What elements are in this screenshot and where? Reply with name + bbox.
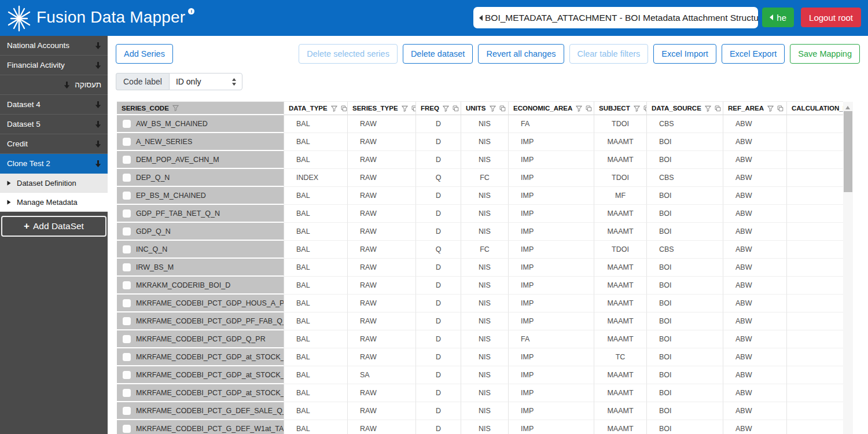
- series-code-cell[interactable]: MKRFAME_CODEBI_PCT_GDP_HOUS_A_PR: [117, 295, 284, 312]
- cell-ref_area[interactable]: ABW: [723, 169, 787, 187]
- cell-units[interactable]: NIS: [461, 420, 509, 434]
- row-checkbox[interactable]: [123, 174, 131, 182]
- cell-units[interactable]: NIS: [461, 259, 509, 277]
- cell-economic_area[interactable]: IMP: [509, 384, 594, 402]
- series-code-cell[interactable]: MKRFAME_CODEBI_PCT_GDP_at_STOCK_A_FP: [117, 348, 284, 366]
- cell-economic_area[interactable]: IMP: [509, 151, 594, 169]
- cell-data_source[interactable]: BOI: [647, 259, 723, 277]
- cell-units[interactable]: NIS: [461, 115, 509, 133]
- cell-freq[interactable]: D: [416, 420, 461, 434]
- cell-ref_area[interactable]: ABW: [723, 241, 787, 259]
- series-code-cell[interactable]: GDP_PF_TAB_NET_Q_N: [117, 205, 284, 223]
- cell-series_type[interactable]: RAW: [348, 259, 416, 277]
- sidebar-item[interactable]: Financial Activity: [0, 56, 108, 75]
- cell-subject[interactable]: MAAMT: [594, 312, 647, 330]
- series-code-cell[interactable]: MKRFAME_CODEBI_PCT_GDP_at_STOCK_A_PR: [117, 366, 284, 384]
- cell-data_type[interactable]: BAL: [284, 241, 348, 259]
- clear-table-filters-button[interactable]: Clear table filters: [569, 44, 649, 64]
- cell-ref_area[interactable]: ABW: [723, 259, 787, 277]
- column-header-calculation_form[interactable]: CALCULATION_FORM: [787, 101, 843, 115]
- cell-series_type[interactable]: RAW: [348, 384, 416, 402]
- series-code-cell[interactable]: EP_BS_M_CHAINED: [117, 187, 284, 205]
- cell-ref_area[interactable]: ABW: [723, 384, 787, 402]
- row-checkbox[interactable]: [123, 245, 131, 253]
- row-checkbox[interactable]: [123, 156, 131, 164]
- cell-units[interactable]: FC: [461, 241, 509, 259]
- cell-ref_area[interactable]: ABW: [723, 330, 787, 348]
- series-code-cell[interactable]: MKRFAME_CODEBI_PCT_G_DEF_W1at_TAX_Q_FP: [117, 420, 284, 434]
- column-header-data_type[interactable]: DATA_TYPE: [284, 101, 348, 115]
- cell-data_source[interactable]: BOI: [647, 133, 723, 151]
- cell-data_type[interactable]: INDEX: [284, 169, 348, 187]
- cell-freq[interactable]: D: [416, 277, 461, 295]
- column-header-freq[interactable]: FREQ: [416, 101, 461, 115]
- filter-icon[interactable]: [331, 105, 337, 112]
- cell-economic_area[interactable]: IMP: [509, 402, 594, 420]
- cell-data_type[interactable]: BAL: [284, 223, 348, 241]
- cell-data_type[interactable]: BAL: [284, 133, 348, 151]
- column-header-data_source[interactable]: DATA_SOURCE: [647, 101, 723, 115]
- cell-subject[interactable]: MAAMT: [594, 402, 647, 420]
- scroll-up-icon[interactable]: [845, 106, 850, 109]
- cell-economic_area[interactable]: FA: [509, 330, 594, 348]
- cell-calculation_form[interactable]: [787, 205, 843, 223]
- cell-data_type[interactable]: BAL: [284, 259, 348, 277]
- cell-subject[interactable]: MAAMT: [594, 366, 647, 384]
- series-code-cell[interactable]: GDP_Q_N: [117, 223, 284, 241]
- sidebar-item[interactable]: תעסוקה: [0, 75, 108, 95]
- series-code-cell[interactable]: MKRFAME_CODEBI_PCT_GDP_Q_PR: [117, 330, 284, 348]
- cell-economic_area[interactable]: IMP: [509, 348, 594, 366]
- cell-calculation_form[interactable]: [787, 330, 843, 348]
- copy-icon[interactable]: [715, 105, 721, 112]
- cell-units[interactable]: NIS: [461, 348, 509, 366]
- cell-series_type[interactable]: RAW: [348, 169, 416, 187]
- cell-units[interactable]: NIS: [461, 312, 509, 330]
- cell-freq[interactable]: Q: [416, 241, 461, 259]
- cell-economic_area[interactable]: IMP: [509, 187, 594, 205]
- row-checkbox[interactable]: [123, 371, 131, 379]
- cell-series_type[interactable]: RAW: [348, 187, 416, 205]
- filter-icon[interactable]: [443, 105, 449, 112]
- cell-series_type[interactable]: RAW: [348, 420, 416, 434]
- logout-button[interactable]: Logout root: [801, 8, 861, 27]
- series-code-cell[interactable]: AW_BS_M_CHAINED: [117, 115, 284, 133]
- cell-calculation_form[interactable]: [787, 384, 843, 402]
- cell-freq[interactable]: D: [416, 151, 461, 169]
- cell-subject[interactable]: MAAMT: [594, 259, 647, 277]
- cell-subject[interactable]: MAAMT: [594, 295, 647, 312]
- cell-data_type[interactable]: BAL: [284, 151, 348, 169]
- cell-data_source[interactable]: CBS: [647, 115, 723, 133]
- cell-data_source[interactable]: BOI: [647, 205, 723, 223]
- row-checkbox[interactable]: [123, 299, 131, 307]
- cell-economic_area[interactable]: IMP: [509, 241, 594, 259]
- column-header-units[interactable]: UNITS: [461, 101, 509, 115]
- cell-subject[interactable]: TDOI: [594, 169, 647, 187]
- filter-icon[interactable]: [490, 105, 496, 112]
- filter-icon[interactable]: [576, 105, 582, 112]
- cell-calculation_form[interactable]: [787, 169, 843, 187]
- sidebar-subitem[interactable]: Dataset Definition: [0, 174, 108, 193]
- cell-ref_area[interactable]: ABW: [723, 133, 787, 151]
- row-checkbox[interactable]: [123, 281, 131, 289]
- cell-freq[interactable]: D: [416, 312, 461, 330]
- row-checkbox[interactable]: [123, 209, 131, 218]
- filter-icon[interactable]: [172, 105, 179, 111]
- cell-ref_area[interactable]: ABW: [723, 187, 787, 205]
- cell-ref_area[interactable]: ABW: [723, 205, 787, 223]
- row-checkbox[interactable]: [123, 425, 131, 433]
- cell-data_source[interactable]: BOI: [647, 330, 723, 348]
- cell-economic_area[interactable]: IMP: [509, 366, 594, 384]
- cell-calculation_form[interactable]: [787, 223, 843, 241]
- cell-economic_area[interactable]: FA: [509, 115, 594, 133]
- cell-series_type[interactable]: RAW: [348, 151, 416, 169]
- cell-units[interactable]: NIS: [461, 151, 509, 169]
- cell-units[interactable]: NIS: [461, 223, 509, 241]
- row-checkbox[interactable]: [123, 192, 131, 200]
- cell-units[interactable]: NIS: [461, 277, 509, 295]
- cell-freq[interactable]: D: [416, 187, 461, 205]
- cell-subject[interactable]: MAAMT: [594, 151, 647, 169]
- cell-freq[interactable]: D: [416, 133, 461, 151]
- cell-subject[interactable]: MAAMT: [594, 330, 647, 348]
- copy-icon[interactable]: [586, 105, 592, 112]
- cell-subject[interactable]: MAAMT: [594, 205, 647, 223]
